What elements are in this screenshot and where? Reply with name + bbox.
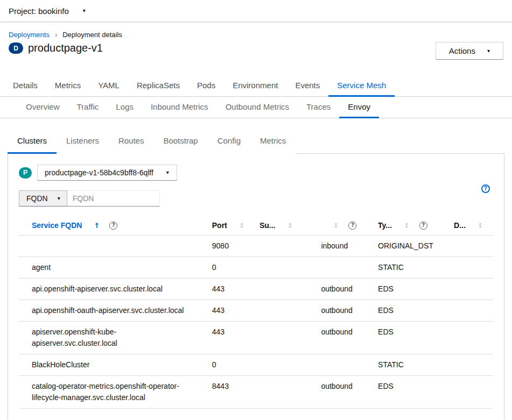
column-header-subset[interactable]: Su...↕: [247, 215, 308, 236]
tab-yaml[interactable]: YAML: [89, 75, 128, 97]
table-row: catalog-operator-metrics.openshift-opera…: [19, 376, 493, 409]
sort-asc-icon[interactable]: ↑: [94, 222, 100, 230]
tab-overview[interactable]: Overview: [17, 97, 68, 118]
filter-row: FQDN ▾: [19, 190, 493, 207]
tab-environment[interactable]: Environment: [224, 75, 286, 97]
tab-pods[interactable]: Pods: [188, 75, 224, 97]
cell-port: 9080: [199, 236, 247, 257]
cell-type: EDS: [365, 322, 441, 354]
tab-events[interactable]: Events: [286, 75, 328, 97]
actions-button[interactable]: Actions ▾: [436, 42, 503, 60]
tab-metrics[interactable]: Metrics: [46, 75, 89, 97]
cell-destination_rule: [441, 300, 493, 322]
pod-selector-row: P productpage-v1-58b4c9bff8-6qlff ▾: [19, 165, 493, 181]
breadcrumb-link-deployments[interactable]: Deployments: [9, 31, 50, 39]
sort-icon[interactable]: ↕: [239, 222, 245, 230]
column-header-fqdn[interactable]: Service FQDN↑?: [19, 215, 199, 236]
cell-fqdn: api.openshift-oauth-apiserver.svc.cluste…: [19, 300, 199, 322]
cell-destination_rule: [441, 354, 493, 376]
cell-direction: [308, 257, 365, 279]
column-header-direction[interactable]: ↕?: [308, 215, 365, 236]
cell-destination_rule: [441, 322, 493, 354]
cell-fqdn: apiserver.openshift-kube-apiserver.svc.c…: [19, 322, 199, 354]
column-label-port: Port: [212, 221, 227, 230]
sort-icon[interactable]: ↕: [333, 222, 339, 230]
cell-destination_rule: [441, 257, 493, 279]
cell-port: 443: [199, 279, 247, 300]
sort-icon[interactable]: ↕: [478, 222, 483, 230]
cell-type: ORIGINAL_DST: [365, 236, 441, 257]
project-bar: Project: bookinfo ▾: [0, 0, 512, 22]
tab-logs[interactable]: Logs: [107, 97, 142, 118]
project-selector-label: Project: bookinfo: [9, 6, 69, 16]
cell-fqdn: catalog-operator-metrics.openshift-opera…: [19, 376, 199, 409]
table-row: agent0STATIC: [19, 257, 493, 279]
column-header-type[interactable]: Ty...↕?: [365, 215, 441, 236]
tab-traces[interactable]: Traces: [298, 97, 339, 118]
tab-listeners[interactable]: Listeners: [57, 129, 109, 154]
cell-type: EDS: [365, 300, 441, 322]
cell-subset: [247, 354, 308, 376]
sort-icon[interactable]: ↕: [404, 222, 410, 230]
column-label-destination_rule: D...: [454, 221, 466, 230]
tab-clusters[interactable]: Clusters: [8, 129, 57, 154]
table-row: api.openshift-oauth-apiserver.svc.cluste…: [19, 300, 493, 322]
table-header-row: Service FQDN↑?Port↕Su...↕↕?Ty...↕?D...↕: [19, 215, 493, 236]
tab-envoy[interactable]: Envoy: [339, 97, 379, 118]
column-header-port[interactable]: Port↕: [199, 215, 247, 236]
column-help-icon[interactable]: ?: [419, 222, 427, 230]
table-row: 9080inboundORIGINAL_DST: [19, 236, 493, 257]
column-label-type: Ty...: [378, 221, 392, 230]
clusters-help-icon[interactable]: ?: [481, 184, 490, 193]
cell-fqdn: agent: [19, 257, 199, 279]
main-tabs: DetailsMetricsYAMLReplicaSetsPodsEnviron…: [0, 75, 512, 97]
tab-service-mesh[interactable]: Service Mesh: [328, 75, 395, 97]
pod-select[interactable]: productpage-v1-58b4c9bff8-6qlff ▾: [37, 165, 177, 181]
sort-icon[interactable]: ↕: [287, 222, 293, 230]
envoy-clusters-card: ? P productpage-v1-58b4c9bff8-6qlff ▾ FQ…: [8, 154, 504, 419]
service-mesh-tabs: OverviewTrafficLogsInbound MetricsOutbou…: [0, 97, 512, 118]
tab-replicasets[interactable]: ReplicaSets: [128, 75, 188, 97]
column-label-fqdn: Service FQDN: [32, 221, 82, 230]
cell-type: EDS: [365, 376, 441, 409]
cell-port: 443: [199, 300, 247, 322]
tab-outbound-metrics[interactable]: Outbound Metrics: [217, 97, 298, 118]
cell-type: EDS: [365, 279, 441, 300]
cell-fqdn: api.openshift-apiserver.svc.cluster.loca…: [19, 279, 199, 300]
cell-subset: [247, 236, 308, 257]
tab-inbound-metrics[interactable]: Inbound Metrics: [142, 97, 217, 118]
fqdn-filter-input[interactable]: [67, 190, 160, 207]
column-help-icon[interactable]: ?: [348, 222, 356, 230]
column-label-subset: Su...: [259, 221, 276, 230]
breadcrumb: Deployments › Deployment details: [9, 31, 503, 39]
pod-select-value: productpage-v1-58b4c9bff8-6qlff: [45, 168, 153, 177]
cell-port: 0: [199, 354, 247, 376]
page-header: Deployments › Deployment details D produ…: [0, 22, 512, 61]
tab-config[interactable]: Config: [208, 129, 250, 154]
cell-subset: [247, 376, 308, 409]
breadcrumb-separator-icon: ›: [55, 31, 57, 39]
column-help-icon[interactable]: ?: [109, 222, 117, 230]
cell-direction: inbound: [308, 236, 365, 257]
deployment-badge: D: [9, 42, 23, 54]
column-header-destination_rule[interactable]: D...↕: [441, 215, 493, 236]
tab-metrics[interactable]: Metrics: [250, 129, 296, 154]
filter-category-label: FQDN: [26, 194, 48, 203]
table-row: BlackHoleCluster0STATIC: [19, 354, 493, 376]
breadcrumb-current: Deployment details: [62, 31, 122, 39]
clusters-table: Service FQDN↑?Port↕Su...↕↕?Ty...↕?D...↕ …: [19, 215, 493, 409]
cell-subset: [247, 257, 308, 279]
filter-category-select[interactable]: FQDN ▾: [19, 190, 67, 207]
tab-details[interactable]: Details: [4, 75, 46, 97]
cell-fqdn: BlackHoleCluster: [19, 354, 199, 376]
cell-direction: outbound: [308, 300, 365, 322]
tab-bootstrap[interactable]: Bootstrap: [153, 129, 207, 154]
project-selector[interactable]: Project: bookinfo ▾: [9, 6, 86, 16]
cell-destination_rule: [441, 376, 493, 409]
cell-fqdn: [19, 236, 199, 257]
tab-routes[interactable]: Routes: [109, 129, 154, 154]
caret-down-icon: ▾: [487, 48, 490, 54]
tab-traffic[interactable]: Traffic: [68, 97, 108, 118]
table-row: apiserver.openshift-kube-apiserver.svc.c…: [19, 322, 493, 354]
cell-direction: outbound: [308, 376, 365, 409]
